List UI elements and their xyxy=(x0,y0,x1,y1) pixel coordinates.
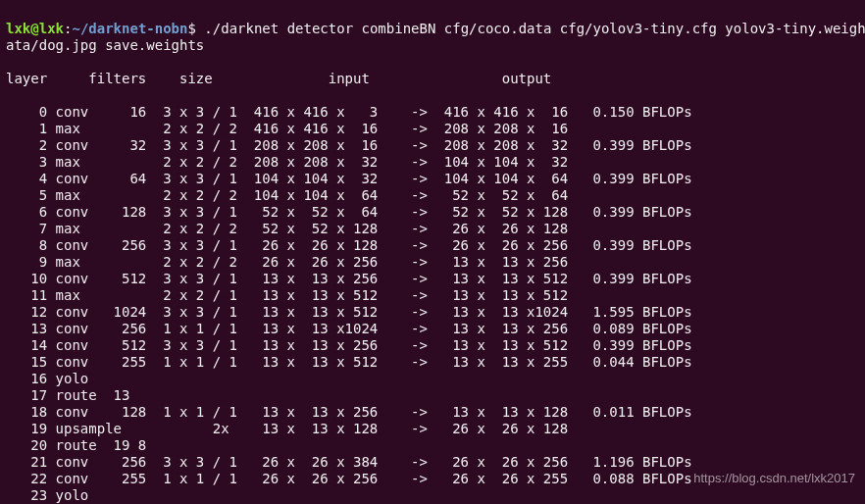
layer-row: 5 max 2 x 2 / 2 104 x 104 x 64 -> 52 x 5… xyxy=(6,187,859,204)
layer-row: 21 conv 256 3 x 3 / 1 26 x 26 x 384 -> 2… xyxy=(6,454,859,471)
terminal-output[interactable]: lxk@lxk:~/darknet-nobn$ ./darknet detect… xyxy=(0,0,865,504)
layer-row: 8 conv 256 3 x 3 / 1 26 x 26 x 128 -> 26… xyxy=(6,237,859,254)
layer-row: 19 upsample 2x 13 x 13 x 128 -> 26 x 26 … xyxy=(6,421,859,437)
layer-row: 6 conv 128 3 x 3 / 1 52 x 52 x 64 -> 52 … xyxy=(6,204,859,221)
prompt-path: ~/darknet-nobn xyxy=(72,21,187,36)
layer-row: 12 conv 1024 3 x 3 / 1 13 x 13 x 512 -> … xyxy=(6,304,859,321)
layer-row: 2 conv 32 3 x 3 / 1 208 x 208 x 16 -> 20… xyxy=(6,137,859,154)
layer-row: 16 yolo xyxy=(6,371,859,387)
layer-row: 3 max 2 x 2 / 2 208 x 208 x 32 -> 104 x … xyxy=(6,154,859,171)
layer-row: 17 route 13 xyxy=(6,387,859,404)
layer-row: 15 conv 255 1 x 1 / 1 13 x 13 x 512 -> 1… xyxy=(6,354,859,371)
layer-row: 11 max 2 x 2 / 1 13 x 13 x 512 -> 13 x 1… xyxy=(6,287,859,304)
table-header: layer filters size input output xyxy=(6,71,859,87)
layer-row: 7 max 2 x 2 / 2 52 x 52 x 128 -> 26 x 26… xyxy=(6,221,859,237)
layer-row: 4 conv 64 3 x 3 / 1 104 x 104 x 32 -> 10… xyxy=(6,171,859,187)
layer-row: 14 conv 512 3 x 3 / 1 13 x 13 x 256 -> 1… xyxy=(6,337,859,354)
layer-row: 13 conv 256 1 x 1 / 1 13 x 13 x1024 -> 1… xyxy=(6,321,859,337)
layer-row: 23 yolo xyxy=(6,487,859,504)
prompt-user: lxk@lxk xyxy=(6,21,64,36)
layer-row: 0 conv 16 3 x 3 / 1 416 x 416 x 3 -> 416… xyxy=(6,104,859,121)
layer-row: 20 route 19 8 xyxy=(6,437,859,454)
layer-row: 9 max 2 x 2 / 2 26 x 26 x 256 -> 13 x 13… xyxy=(6,254,859,271)
layer-row: 18 conv 128 1 x 1 / 1 13 x 13 x 256 -> 1… xyxy=(6,404,859,421)
layer-row: 1 max 2 x 2 / 2 416 x 416 x 16 -> 208 x … xyxy=(6,121,859,137)
layer-row: 10 conv 512 3 x 3 / 1 13 x 13 x 256 -> 1… xyxy=(6,271,859,287)
layer-row: 22 conv 255 1 x 1 / 1 26 x 26 x 256 -> 2… xyxy=(6,471,859,487)
prompt-line-1: lxk@lxk:~/darknet-nobn$ ./darknet detect… xyxy=(6,21,859,54)
